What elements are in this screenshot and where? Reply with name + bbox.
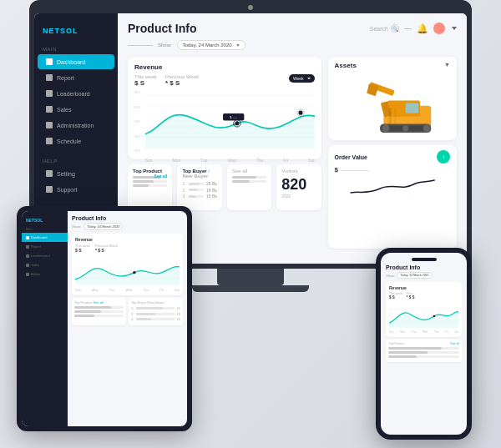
phone-notch xyxy=(412,258,437,261)
dashboard-icon xyxy=(46,58,53,65)
visitors-number: 820 xyxy=(281,176,316,194)
search-label: Search xyxy=(370,26,388,32)
order-value-text: $ —————— xyxy=(335,166,450,174)
svg-rect-24 xyxy=(395,108,397,125)
phone-date-chip[interactable]: Today, 24 March 2020 xyxy=(397,272,432,279)
revenue-chart-svg: $ ---- xyxy=(145,90,315,153)
phone-revenue-card: Revenue This week $ S Prev * $ S xyxy=(386,282,462,337)
sidebar-item-setting[interactable]: Setting xyxy=(38,166,114,181)
date-chevron-icon xyxy=(236,44,240,47)
order-value-card: Order Value ↑ $ —————— xyxy=(328,145,457,249)
date-show-label: Show: xyxy=(158,43,172,48)
top-product-title: Top Product See all xyxy=(133,169,167,174)
tablet-nav-report[interactable]: Report xyxy=(22,242,68,251)
sidebar-item-dashboard[interactable]: Dashboard xyxy=(38,54,114,69)
tablet-main: Product Info Show: Today, 24 March 2020 … xyxy=(68,211,187,426)
tablet-screen: NETSOL Main Dashboard Report Leaderboard… xyxy=(22,211,187,426)
svg-point-19 xyxy=(402,125,408,131)
support-icon xyxy=(46,186,53,193)
right-col: Assets ▼ xyxy=(328,57,457,249)
visitors-card: Visitors 820 2020 xyxy=(276,164,321,210)
tablet-sales-icon xyxy=(26,264,29,267)
top-buyer-title: Top Buyer / New Buyer xyxy=(182,169,216,179)
sidebar-item-sales[interactable]: Sales xyxy=(38,102,114,117)
order-chart-svg xyxy=(335,176,450,197)
assets-dropdown[interactable]: ▼ xyxy=(444,62,450,69)
order-chart xyxy=(335,176,450,197)
tablet-title: Product Info xyxy=(72,215,183,221)
y-axis: 900800600400200 xyxy=(134,90,142,153)
chart-container: 900800600400200 xyxy=(134,90,315,153)
tablet-nav-dashboard[interactable]: Dashboard xyxy=(22,233,68,242)
notification-icon[interactable]: 🔔 xyxy=(417,23,428,34)
svg-rect-14 xyxy=(406,103,419,113)
up-arrow-icon: ↑ xyxy=(437,150,450,164)
sidebar-item-administration[interactable]: Administration xyxy=(38,118,114,133)
tablet-dashboard-icon xyxy=(26,236,29,239)
tablet-report-icon xyxy=(26,245,29,249)
assets-card: Assets ▼ xyxy=(328,57,457,140)
this-week-block: This week $ S xyxy=(134,74,157,87)
see-all-link[interactable]: See all xyxy=(154,174,168,179)
svg-text:$ ----: $ ---- xyxy=(230,115,238,119)
sidebar-item-report[interactable]: Report xyxy=(38,70,114,85)
phone-chart xyxy=(389,301,458,330)
week-chip[interactable]: Week xyxy=(289,74,315,83)
sidebar-item-schedule[interactable]: Schedule xyxy=(38,133,114,148)
tablet-revenue-card: Revenue This week $ S Previous Week * $ … xyxy=(72,234,183,295)
tablet-nav-leaderboard[interactable]: Leaderboard xyxy=(22,251,68,260)
week-chevron-icon xyxy=(307,78,311,79)
date-chip[interactable]: Today, 24 March 2020 xyxy=(177,40,245,50)
tablet-day-labels: SunMonTueWedThuFriSat xyxy=(75,288,180,292)
tablet-logo: NETSOL xyxy=(22,215,68,225)
sales-icon xyxy=(46,106,53,113)
svg-point-18 xyxy=(423,124,431,132)
tablet-date-chip[interactable]: Today, 24 March 2020 xyxy=(84,223,123,230)
search-bar[interactable]: Search 🔍 xyxy=(370,24,399,33)
tablet-chart-svg xyxy=(75,254,180,288)
prev-week-block: Previous Week * $ S xyxy=(165,74,199,87)
tablet-sidebar: NETSOL Main Dashboard Report Leaderboard… xyxy=(22,211,68,426)
tablet: NETSOL Main Dashboard Report Leaderboard… xyxy=(17,206,192,431)
report-icon xyxy=(46,74,53,81)
buyer-row-1: 1. 25 Bs xyxy=(182,181,216,186)
phone-chart-svg xyxy=(389,301,458,330)
revenue-title: Revenue xyxy=(134,63,315,71)
tablet-top-buyer-card: Top Buyer /New Buyer 1. 25 2. 18 3. xyxy=(129,298,183,325)
monitor-stand xyxy=(217,269,284,285)
divider-line: — xyxy=(404,24,412,33)
tablet-nav-admin[interactable]: Admin xyxy=(22,269,68,279)
tablet-date-bar: Show: Today, 24 March 2020 xyxy=(72,223,183,230)
assets-title: Assets ▼ xyxy=(335,62,450,69)
chevron-down-icon[interactable] xyxy=(452,27,457,30)
leaderboard-icon xyxy=(46,90,53,97)
tablet-admin-icon xyxy=(26,273,29,276)
revenue-card: Revenue This week $ S Previous Week xyxy=(128,57,321,159)
date-bar: Show: Today, 24 March 2020 xyxy=(128,40,457,50)
buyer-row-2: 2. 18 Bs xyxy=(182,188,216,193)
search-icon[interactable]: 🔍 xyxy=(391,24,399,33)
phone-screen: Product Info Show: Today, 24 March 2020 … xyxy=(381,253,467,435)
svg-point-32 xyxy=(433,315,435,317)
sidebar-section-main: Main xyxy=(34,43,118,53)
top-buyer-card: Top Buyer / New Buyer 1. 25 Bs 2. xyxy=(177,164,221,210)
product-bar-3 xyxy=(133,184,167,187)
phone-top-product-card: Top Product See all xyxy=(386,340,462,362)
tablet-leaderboard-icon xyxy=(26,254,29,258)
phone-date-bar: Show: Today, 24 March 2020 xyxy=(386,272,462,279)
tablet-chart xyxy=(75,254,180,288)
sidebar-item-support[interactable]: Support xyxy=(38,182,114,197)
svg-point-17 xyxy=(382,124,390,132)
week-labels: This week $ S Previous Week * $ S xyxy=(134,74,199,87)
tablet-nav-sales[interactable]: Sales xyxy=(22,260,68,269)
revenue-header: This week $ S Previous Week * $ S xyxy=(134,74,315,87)
product-bar-2 xyxy=(133,180,167,183)
phone-day-labels: SunMonTueWedThuFriSat xyxy=(389,330,458,334)
phone-week-row: This week $ S Prev * $ S xyxy=(389,292,458,300)
sidebar-item-leaderboard[interactable]: Leaderboard xyxy=(38,86,114,101)
date-line xyxy=(128,45,153,46)
order-header: Order Value ↑ xyxy=(335,150,450,164)
tablet-bottom-cards: Top Product See all Top Buyer /New Buyer… xyxy=(72,298,183,325)
svg-point-28 xyxy=(133,271,135,274)
tablet-top-product-card: Top Product See all xyxy=(72,298,126,325)
